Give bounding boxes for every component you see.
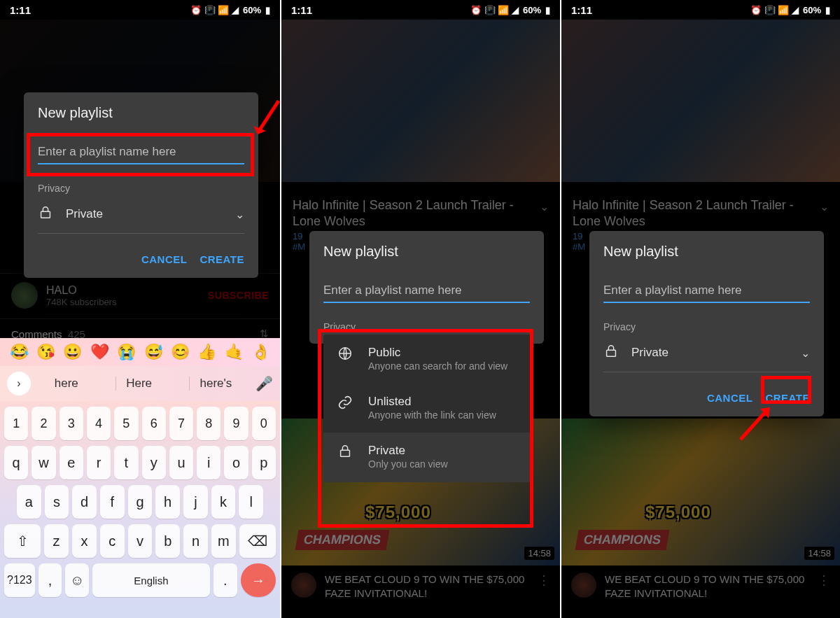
status-icons: ⏰ 📳 📶 ◢ 60% ▮ — [750, 5, 830, 15]
key-o[interactable]: o — [224, 446, 248, 479]
key-2[interactable]: 2 — [31, 407, 55, 440]
key-b[interactable]: b — [155, 524, 180, 558]
key-5[interactable]: 5 — [114, 407, 138, 440]
key-g[interactable]: g — [128, 485, 153, 519]
lock-icon — [337, 444, 353, 462]
key-emoji[interactable]: ☺ — [65, 563, 89, 597]
key-w[interactable]: w — [31, 446, 55, 479]
playlist-name-input[interactable] — [603, 279, 810, 303]
video-thumbnail[interactable] — [281, 20, 560, 182]
new-playlist-dialog: New playlist Privacy Private ⌄ CANCEL CR… — [589, 231, 824, 416]
key-4[interactable]: 4 — [87, 407, 111, 440]
key-u[interactable]: u — [169, 446, 193, 479]
svg-rect-0 — [41, 211, 50, 218]
screenshot-step-1: 1:11 ⏰ 📳 📶 ◢ 60% ▮ HALO 748K subscribers… — [0, 0, 280, 618]
key-c[interactable]: c — [100, 524, 125, 558]
globe-icon — [337, 346, 353, 364]
privacy-option-desc: Anyone can search for and view — [368, 360, 507, 372]
key-period[interactable]: . — [214, 563, 237, 597]
key-d[interactable]: d — [72, 485, 97, 519]
key-f[interactable]: f — [100, 485, 125, 519]
playlist-name-input[interactable] — [323, 279, 530, 303]
key-enter[interactable]: → — [241, 563, 276, 597]
status-bar: 1:11 ⏰ 📳 📶 ◢ 60% ▮ — [0, 0, 280, 20]
key-m[interactable]: m — [211, 524, 236, 558]
playlist-name-input[interactable] — [38, 141, 244, 164]
key-h[interactable]: h — [155, 485, 180, 519]
dialog-title: New playlist — [603, 244, 810, 260]
svg-rect-2 — [341, 451, 350, 457]
privacy-option-private[interactable]: Private Only you can view — [323, 433, 531, 482]
key-t[interactable]: t — [114, 446, 138, 479]
key-j[interactable]: j — [183, 485, 208, 519]
key-comma[interactable]: , — [38, 563, 62, 597]
key-symbols[interactable]: ?123 — [4, 563, 35, 597]
key-y[interactable]: y — [142, 446, 166, 479]
key-1[interactable]: 1 — [4, 407, 28, 440]
link-icon — [337, 395, 353, 413]
chevron-down-icon: ⌄ — [801, 346, 810, 360]
chevron-down-icon: ⌄ — [235, 208, 244, 221]
key-backspace[interactable]: ⌫ — [239, 524, 276, 558]
key-q[interactable]: q — [4, 446, 28, 479]
key-shift[interactable]: ⇧ — [4, 524, 41, 558]
privacy-option-public[interactable]: Public Anyone can search for and view — [323, 335, 531, 384]
status-time: 1:11 — [291, 4, 312, 16]
key-6[interactable]: 6 — [142, 407, 166, 440]
key-r[interactable]: r — [87, 446, 111, 479]
privacy-label: Privacy — [38, 183, 244, 194]
privacy-select[interactable]: Private ⌄ — [38, 199, 244, 234]
key-l[interactable]: l — [239, 485, 263, 519]
key-s[interactable]: s — [45, 485, 69, 519]
privacy-value: Private — [66, 207, 103, 221]
privacy-value: Private — [631, 346, 668, 360]
status-icons: ⏰ 📳 📶 ◢ 60% ▮ — [190, 5, 270, 15]
key-a[interactable]: a — [17, 485, 41, 519]
status-time: 1:11 — [10, 4, 31, 16]
suggestion[interactable]: here — [45, 377, 88, 391]
key-i[interactable]: i — [197, 446, 220, 479]
new-playlist-dialog: New playlist Privacy Private ⌄ CANCEL CR… — [24, 92, 258, 278]
privacy-select[interactable]: Private ⌄ — [603, 338, 810, 372]
privacy-option-unlisted[interactable]: Unlisted Anyone with the link can view — [323, 384, 531, 433]
cancel-button[interactable]: CANCEL — [707, 392, 753, 404]
key-8[interactable]: 8 — [197, 407, 220, 440]
key-v[interactable]: v — [128, 524, 153, 558]
soft-keyboard[interactable]: 😂😘 😀❤️ 😭😅 😊👍 🤙👌 › here Here here's 🎤 12 … — [0, 338, 280, 618]
status-bar: 1:11 ⏰ 📳 📶 ◢ 60% ▮ — [561, 0, 840, 20]
privacy-dropdown[interactable]: Public Anyone can search for and view Un… — [323, 335, 531, 482]
key-n[interactable]: n — [183, 524, 208, 558]
screenshot-step-3: 1:11 ⏰ 📳 📶 ◢ 60% ▮ Halo Infinite | Seaso… — [560, 0, 840, 618]
status-icons: ⏰ 📳 📶 ◢ 60% ▮ — [470, 5, 550, 15]
new-playlist-dialog: New playlist Privacy — [309, 231, 544, 344]
create-button[interactable]: CREATE — [200, 253, 244, 265]
suggestion[interactable]: Here — [115, 377, 162, 391]
key-z[interactable]: z — [44, 524, 69, 558]
lock-icon — [38, 205, 53, 223]
suggestion[interactable]: here's — [189, 377, 241, 391]
privacy-option-title: Private — [368, 444, 448, 458]
svg-rect-3 — [607, 350, 616, 356]
key-x[interactable]: x — [72, 524, 97, 558]
key-7[interactable]: 7 — [169, 407, 193, 440]
video-thumbnail[interactable] — [561, 20, 840, 182]
mic-icon[interactable]: 🎤 — [255, 375, 273, 392]
dialog-title: New playlist — [323, 244, 530, 260]
key-space[interactable]: English — [92, 563, 210, 597]
key-p[interactable]: p — [252, 446, 276, 479]
key-e[interactable]: e — [59, 446, 83, 479]
privacy-option-desc: Only you can view — [368, 458, 448, 470]
create-button[interactable]: CREATE — [765, 392, 810, 404]
status-bar: 1:11 ⏰ 📳 📶 ◢ 60% ▮ — [281, 0, 560, 20]
privacy-option-title: Public — [368, 346, 507, 360]
status-time: 1:11 — [571, 4, 592, 16]
key-0[interactable]: 0 — [252, 407, 276, 440]
cancel-button[interactable]: CANCEL — [141, 253, 188, 265]
key-k[interactable]: k — [211, 485, 236, 519]
emoji-row[interactable]: 😂😘 😀❤️ 😭😅 😊👍 🤙👌 — [0, 338, 280, 366]
key-9[interactable]: 9 — [224, 407, 248, 440]
key-3[interactable]: 3 — [59, 407, 83, 440]
suggestion-row[interactable]: › here Here here's 🎤 — [0, 366, 280, 401]
expand-suggestions-icon[interactable]: › — [7, 372, 31, 395]
privacy-label: Privacy — [323, 321, 530, 332]
